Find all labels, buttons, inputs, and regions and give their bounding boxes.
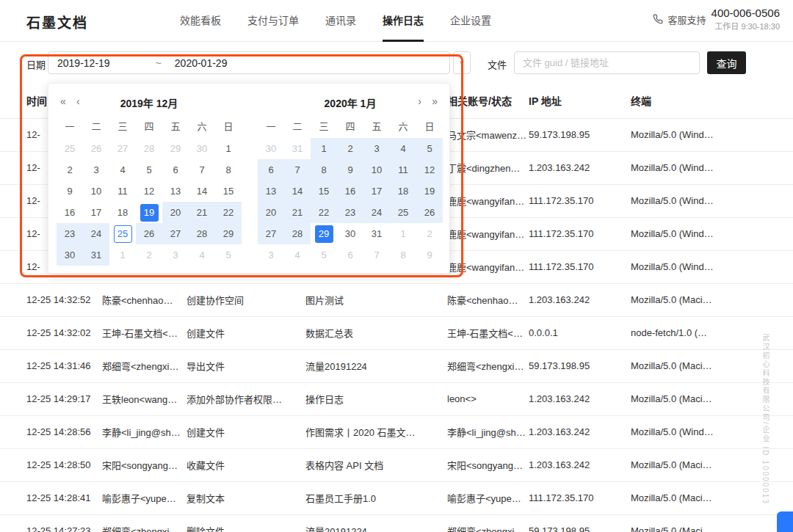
calendar-day[interactable]: 2	[136, 244, 162, 266]
calendar-day[interactable]: 9	[337, 159, 363, 181]
table-cell: 流量20191224	[305, 514, 447, 532]
calendar-day[interactable]: 11	[390, 159, 416, 181]
calendar-day[interactable]: 23	[337, 202, 363, 223]
calendar-day[interactable]: 30	[189, 138, 215, 159]
nav-tab[interactable]: 通讯录	[325, 0, 356, 42]
calendar-day[interactable]: 28	[189, 223, 215, 244]
calendar-day[interactable]: 15	[215, 181, 242, 202]
calendar-day[interactable]: 10	[363, 159, 390, 181]
calendar-day[interactable]: 26	[83, 138, 109, 159]
calendar-day[interactable]: 5	[416, 138, 443, 159]
next-month-icon[interactable]: ›	[418, 95, 421, 107]
calendar-day[interactable]: 3	[83, 159, 109, 181]
calendar-day[interactable]: 5	[215, 244, 242, 266]
calendar-day[interactable]: 29	[162, 138, 189, 159]
calendar-day[interactable]: 29	[311, 223, 337, 244]
calendar-day[interactable]: 7	[189, 159, 215, 181]
calendar-day[interactable]: 4	[109, 159, 136, 181]
date-range-input[interactable]: 2019-12-19 ~ 2020-01-29	[48, 51, 450, 74]
weekday-label: 一	[258, 116, 284, 138]
calendar-day[interactable]: 7	[284, 159, 311, 181]
calendar-day[interactable]: 22	[215, 202, 242, 223]
calendar-day[interactable]: 3	[258, 244, 284, 266]
calendar-day[interactable]: 14	[189, 181, 215, 202]
calendar-day[interactable]: 30	[337, 223, 363, 244]
calendar-day[interactable]: 4	[189, 244, 215, 266]
calendar-day[interactable]: 11	[109, 181, 136, 202]
calendar-day[interactable]: 21	[189, 202, 215, 223]
calendar-day[interactable]: 26	[136, 223, 162, 244]
calendar-day[interactable]: 25	[57, 138, 83, 159]
calendar-day[interactable]: 2	[57, 159, 83, 181]
calendar-day[interactable]: 22	[311, 202, 337, 223]
table-cell: 宋阳<songyang…	[447, 448, 529, 481]
calendar-day[interactable]: 23	[57, 223, 83, 244]
calendar-day[interactable]: 6	[162, 159, 189, 181]
calendar-day[interactable]: 5	[311, 244, 337, 266]
date-preset-dropdown[interactable]: ▼	[453, 51, 471, 74]
calendar-day[interactable]: 24	[83, 223, 109, 244]
nav-tab[interactable]: 企业设置	[450, 0, 491, 42]
calendar-day[interactable]: 31	[83, 244, 109, 266]
calendar-day[interactable]: 13	[258, 181, 284, 202]
calendar-day[interactable]: 18	[390, 181, 416, 202]
calendar-day[interactable]: 10	[83, 181, 109, 202]
calendar-day[interactable]: 27	[258, 223, 284, 244]
calendar-day[interactable]: 1	[390, 223, 416, 244]
calendar-day[interactable]: 31	[363, 223, 390, 244]
file-search-input[interactable]	[514, 51, 700, 74]
calendar-day[interactable]: 29	[215, 223, 242, 244]
calendar-day[interactable]: 26	[416, 202, 443, 223]
calendar-day[interactable]: 28	[136, 138, 162, 159]
calendar-day[interactable]: 13	[162, 181, 189, 202]
nav-tab[interactable]: 支付与订单	[247, 0, 299, 42]
calendar-day[interactable]: 4	[390, 138, 416, 159]
calendar-day[interactable]: 9	[57, 181, 83, 202]
calendar-day[interactable]: 27	[109, 138, 136, 159]
calendar-day[interactable]: 9	[416, 244, 443, 266]
calendar-day[interactable]: 30	[258, 138, 284, 159]
next-year-icon[interactable]: »	[432, 95, 438, 107]
calendar-day[interactable]: 1	[311, 138, 337, 159]
calendar-day[interactable]: 1	[215, 138, 242, 159]
weekday-label: 二	[83, 116, 109, 138]
calendar-day[interactable]: 12	[136, 181, 162, 202]
search-button[interactable]: 查询	[707, 51, 746, 74]
calendar-day[interactable]: 18	[109, 202, 136, 223]
nav-tab[interactable]: 操作日志	[383, 0, 424, 42]
calendar-day[interactable]: 19	[416, 181, 443, 202]
calendar-day[interactable]: 16	[337, 181, 363, 202]
calendar-day[interactable]: 17	[83, 202, 109, 223]
calendar-day[interactable]: 30	[57, 244, 83, 266]
nav-tab[interactable]: 效能看板	[180, 0, 221, 42]
calendar-day[interactable]: 19	[136, 202, 162, 223]
calendar-day[interactable]: 4	[284, 244, 311, 266]
calendar-day[interactable]: 8	[311, 159, 337, 181]
calendar-day[interactable]: 16	[57, 202, 83, 223]
calendar-day[interactable]: 31	[284, 138, 311, 159]
calendar-day[interactable]: 8	[390, 244, 416, 266]
calendar-day[interactable]: 15	[311, 181, 337, 202]
calendar-day[interactable]: 21	[284, 202, 311, 223]
calendar-day[interactable]: 1	[109, 244, 136, 266]
calendar-day[interactable]: 12	[416, 159, 443, 181]
calendar-day[interactable]: 2	[416, 223, 443, 244]
calendar-day[interactable]: 27	[162, 223, 189, 244]
calendar-day[interactable]: 28	[284, 223, 311, 244]
calendar-day[interactable]: 8	[215, 159, 242, 181]
calendar-day[interactable]: 3	[162, 244, 189, 266]
calendar-day[interactable]: 14	[284, 181, 311, 202]
calendar-day[interactable]: 20	[162, 202, 189, 223]
calendar-day[interactable]: 17	[363, 181, 390, 202]
calendar-day[interactable]: 25	[390, 202, 416, 223]
calendar-day[interactable]: 24	[363, 202, 390, 223]
calendar-day[interactable]: 5	[136, 159, 162, 181]
calendar-day[interactable]: 3	[363, 138, 390, 159]
calendar-day[interactable]: 6	[258, 159, 284, 181]
calendar-day[interactable]: 7	[363, 244, 390, 266]
corner-widget-button[interactable]	[777, 511, 793, 532]
calendar-day[interactable]: 6	[337, 244, 363, 266]
calendar-day[interactable]: 20	[258, 202, 284, 223]
calendar-day[interactable]: 25	[109, 223, 136, 244]
calendar-day[interactable]: 2	[337, 138, 363, 159]
